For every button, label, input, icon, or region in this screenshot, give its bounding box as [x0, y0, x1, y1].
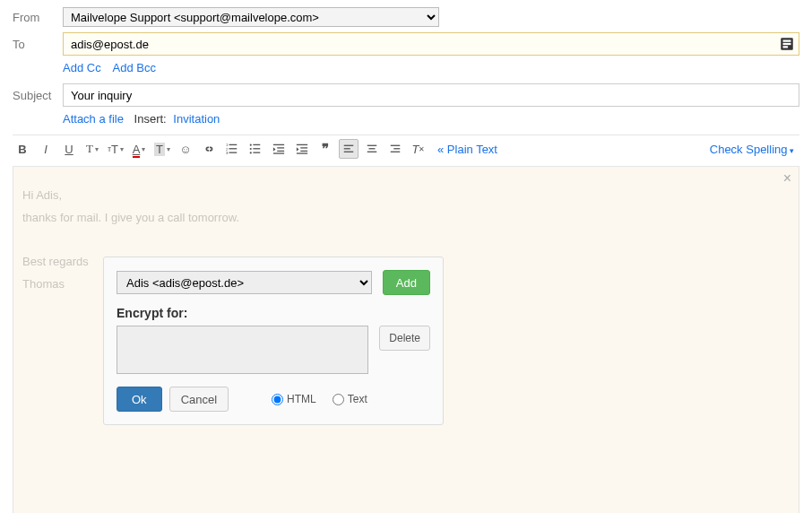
- attach-file-link[interactable]: Attach a file: [63, 112, 124, 126]
- highlight-button[interactable]: T: [152, 139, 172, 159]
- svg-rect-20: [297, 144, 307, 145]
- outdent-button[interactable]: [269, 139, 289, 159]
- remove-format-button[interactable]: T✕: [409, 139, 428, 159]
- svg-point-12: [250, 148, 252, 150]
- svg-rect-16: [273, 144, 284, 145]
- svg-rect-15: [253, 152, 260, 153]
- bold-button[interactable]: B: [13, 139, 32, 159]
- invitation-link[interactable]: Invitation: [173, 112, 220, 126]
- svg-rect-22: [300, 151, 307, 152]
- add-button[interactable]: Add: [383, 270, 430, 295]
- to-label: To: [13, 38, 63, 51]
- font-size-button[interactable]: тT: [106, 139, 125, 159]
- check-spelling-link[interactable]: Check Spelling: [710, 143, 794, 156]
- from-label: From: [13, 11, 63, 24]
- svg-rect-18: [277, 151, 284, 152]
- quote-button[interactable]: ❞: [315, 139, 335, 159]
- svg-rect-25: [344, 148, 350, 149]
- svg-rect-32: [391, 152, 401, 152]
- ordered-list-button[interactable]: 123: [222, 139, 242, 159]
- svg-rect-3: [783, 46, 789, 48]
- cancel-button[interactable]: Cancel: [169, 387, 229, 412]
- insert-label: Insert:: [134, 112, 167, 126]
- svg-rect-31: [393, 148, 400, 149]
- svg-rect-19: [273, 152, 284, 153]
- svg-rect-5: [229, 144, 238, 145]
- editor-area[interactable]: × Hi Adis, thanks for mail. I give you a…: [13, 166, 799, 513]
- svg-rect-1: [783, 40, 791, 42]
- format-text-radio[interactable]: Text: [333, 393, 367, 405]
- svg-rect-27: [367, 145, 377, 146]
- svg-rect-7: [229, 148, 238, 149]
- recipient-select[interactable]: Adis <adis@epost.de>: [117, 271, 372, 294]
- svg-rect-21: [300, 147, 307, 148]
- delete-button[interactable]: Delete: [379, 326, 430, 351]
- contacts-icon[interactable]: [779, 36, 795, 52]
- format-html-radio[interactable]: HTML: [272, 393, 316, 405]
- svg-rect-24: [344, 145, 354, 146]
- svg-rect-30: [391, 145, 401, 146]
- to-input[interactable]: [64, 36, 779, 53]
- svg-rect-23: [297, 152, 307, 153]
- font-color-button[interactable]: A: [129, 139, 149, 159]
- underline-button[interactable]: U: [59, 139, 79, 159]
- svg-rect-9: [229, 152, 238, 153]
- svg-rect-17: [277, 147, 284, 148]
- indent-button[interactable]: [292, 139, 312, 159]
- italic-button[interactable]: I: [36, 139, 56, 159]
- link-button[interactable]: [199, 139, 219, 159]
- svg-point-10: [250, 144, 252, 146]
- format-toolbar: B I U T тT A T ☺ 123 ❞ T✕: [13, 135, 799, 162]
- emoji-button[interactable]: ☺: [176, 139, 195, 159]
- add-bcc-link[interactable]: Add Bcc: [113, 61, 156, 74]
- ok-button[interactable]: Ok: [117, 387, 162, 412]
- font-family-button[interactable]: T: [82, 139, 102, 159]
- bullet-list-button[interactable]: [246, 139, 265, 159]
- svg-text:3: 3: [226, 151, 229, 155]
- svg-rect-11: [253, 144, 260, 145]
- svg-rect-2: [783, 43, 791, 45]
- svg-point-14: [250, 152, 252, 153]
- encrypt-list[interactable]: [117, 326, 368, 374]
- subject-input[interactable]: [63, 83, 799, 107]
- align-right-button[interactable]: [385, 139, 405, 159]
- subject-label: Subject: [13, 89, 63, 102]
- encrypt-for-label: Encrypt for:: [117, 306, 430, 320]
- svg-rect-13: [253, 148, 260, 149]
- svg-rect-28: [369, 148, 376, 149]
- add-cc-link[interactable]: Add Cc: [63, 61, 101, 74]
- from-select[interactable]: Mailvelope Support <support@mailvelope.c…: [63, 7, 439, 27]
- encrypt-dialog: Adis <adis@epost.de> Add Encrypt for: De…: [103, 256, 444, 425]
- align-left-button[interactable]: [339, 139, 358, 159]
- align-center-button[interactable]: [362, 139, 382, 159]
- close-icon[interactable]: ×: [783, 170, 791, 187]
- svg-rect-29: [367, 152, 377, 152]
- plain-text-link[interactable]: « Plain Text: [437, 143, 497, 156]
- svg-rect-26: [344, 152, 354, 152]
